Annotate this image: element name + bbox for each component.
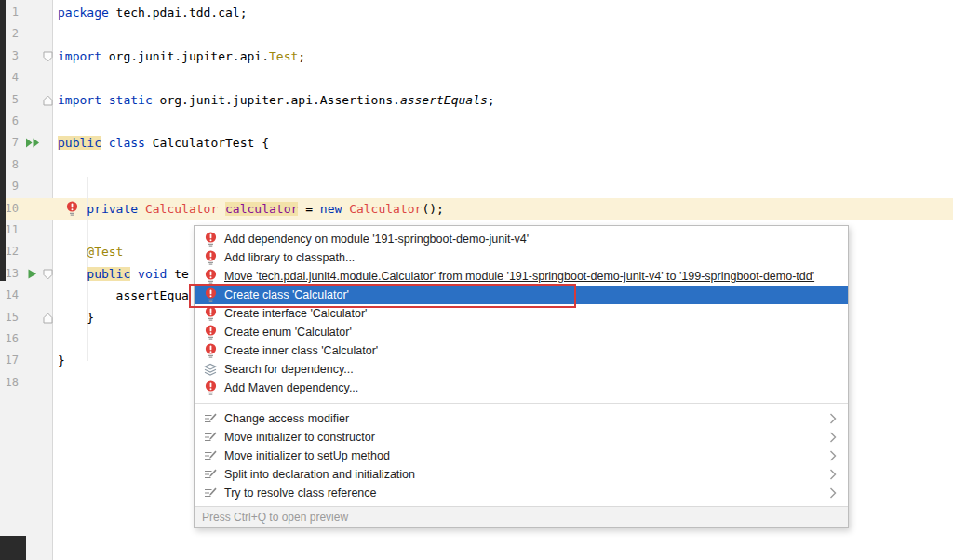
- code-token: void: [138, 267, 167, 281]
- fold-up-icon[interactable]: [43, 313, 53, 324]
- fold-up-icon[interactable]: [43, 95, 53, 106]
- menu-item[interactable]: Search for dependency...: [195, 360, 848, 379]
- menu-item-label: Try to resolve class reference: [224, 487, 376, 500]
- error-bulb-icon: [204, 342, 217, 359]
- menu-item[interactable]: Add Maven dependency...: [195, 379, 848, 397]
- menu-item[interactable]: Create enum 'Calculator': [195, 323, 848, 341]
- code-token: =: [298, 202, 319, 216]
- modify-pencil-icon: [204, 485, 217, 501]
- menu-item[interactable]: Try to resolve class reference: [195, 484, 848, 502]
- code-token: class: [109, 136, 145, 150]
- code-token: ();: [422, 202, 443, 216]
- code-line: }: [58, 350, 65, 371]
- code-token: assertEquals: [400, 93, 488, 107]
- code-token: Test: [269, 49, 298, 63]
- window-edge-artifact-top: [0, 0, 6, 281]
- code-token: CalculatorTest {: [145, 136, 269, 150]
- code-token: Calculator: [349, 202, 422, 216]
- fold-down-icon[interactable]: [43, 269, 53, 280]
- line-number: 17: [0, 350, 19, 371]
- code-token: Calculator: [145, 202, 218, 216]
- highlighted-token: public: [58, 136, 101, 150]
- code-token: [101, 136, 109, 150]
- code-line: assertEqua: [58, 285, 189, 306]
- code-token: [218, 202, 225, 216]
- menu-item-label: Move initializer to setUp method: [224, 449, 390, 462]
- code-token: te: [167, 267, 188, 281]
- window-edge-artifact-bottom: [0, 536, 26, 560]
- menu-separator: [195, 403, 848, 404]
- code-token: }: [58, 311, 94, 325]
- code-token: [342, 202, 349, 216]
- submenu-chevron-icon: [829, 487, 837, 499]
- submenu-chevron-icon: [829, 413, 837, 424]
- menu-item[interactable]: Create inner class 'Calculator': [195, 341, 848, 360]
- submenu-chevron-icon: [829, 450, 837, 461]
- intention-actions-popup: Add dependency on module '191-springboot…: [194, 225, 849, 528]
- code-line: }: [58, 307, 94, 328]
- run-class-icon[interactable]: [25, 138, 40, 148]
- code-line: import org.junit.jupiter.api.Test;: [58, 46, 305, 67]
- code-token: tech.pdai.tdd.cal;: [109, 6, 248, 20]
- menu-item-label: Add library to classpath...: [224, 251, 355, 264]
- menu-item-label: Split into declaration and initializatio…: [224, 468, 415, 481]
- code-line: import static org.junit.jupiter.api.Asse…: [58, 89, 495, 111]
- footer-hint-text: Press Ctrl+Q to open preview: [202, 511, 348, 524]
- menu-item[interactable]: Add dependency on module '191-springboot…: [195, 230, 848, 248]
- modify-pencil-icon: [204, 410, 217, 427]
- error-bulb-icon[interactable]: [66, 201, 78, 217]
- code-token: package: [58, 6, 109, 20]
- library-layers-icon: [204, 361, 217, 378]
- code-line: package tech.pdai.tdd.cal;: [58, 2, 248, 23]
- ide-editor-screen: 123456789101112131415161718 package tech…: [0, 0, 953, 560]
- code-token: private: [87, 202, 138, 216]
- menu-item[interactable]: Move initializer to setUp method: [195, 447, 848, 465]
- modify-pencil-icon: [204, 466, 217, 483]
- error-bulb-icon: [204, 268, 217, 285]
- code-token: assertEqua: [58, 288, 189, 302]
- highlighted-token: calculator: [225, 202, 298, 216]
- submenu-chevron-icon: [829, 469, 837, 480]
- code-token: [58, 267, 87, 281]
- code-token: ;: [488, 93, 495, 107]
- menu-item[interactable]: Move 'tech.pdai.junit4.module.Calculator…: [195, 267, 848, 286]
- intention-menu-group: Change access modifier Move initializer …: [195, 409, 848, 502]
- menu-item-label: Search for dependency...: [224, 363, 354, 376]
- run-test-icon[interactable]: [27, 269, 37, 279]
- code-token: new: [320, 202, 342, 216]
- code-token: [130, 267, 138, 281]
- menu-item-label: Move 'tech.pdai.junit4.module.Calculator…: [224, 270, 814, 283]
- modify-pencil-icon: [204, 429, 217, 446]
- code-token: org.junit.jupiter.api.: [101, 49, 269, 63]
- highlighted-token: public: [87, 267, 130, 281]
- menu-item-label: Create interface 'Calculator': [224, 307, 367, 320]
- code-token: org.junit.jupiter.api.Assertions.: [153, 93, 400, 107]
- code-token: @Test: [87, 245, 123, 259]
- error-bulb-icon: [204, 231, 217, 247]
- menu-item[interactable]: Add library to classpath...: [195, 248, 848, 267]
- code-line: public class CalculatorTest {: [58, 132, 269, 153]
- fold-down-icon[interactable]: [43, 51, 53, 62]
- annotation-red-box: [189, 284, 576, 308]
- menu-item-label: Create inner class 'Calculator': [224, 344, 378, 357]
- menu-item[interactable]: Move initializer to constructor: [195, 428, 848, 447]
- popup-footer: Press Ctrl+Q to open preview: [195, 506, 848, 527]
- code-token: [138, 202, 145, 216]
- line-number: 15: [0, 307, 19, 328]
- code-token: import: [58, 93, 101, 107]
- menu-item[interactable]: Split into declaration and initializatio…: [195, 465, 848, 484]
- code-token: import: [58, 49, 101, 63]
- error-bulb-icon: [204, 380, 217, 396]
- line-number: 18: [0, 372, 19, 393]
- code-token: ;: [298, 49, 305, 63]
- error-bulb-icon: [204, 324, 217, 340]
- code-line: public void te: [58, 263, 189, 285]
- submenu-chevron-icon: [829, 432, 837, 443]
- menu-item-label: Create enum 'Calculator': [224, 326, 352, 339]
- code-token: static: [109, 93, 153, 107]
- code-line: @Test: [58, 241, 123, 262]
- menu-item[interactable]: Change access modifier: [195, 409, 848, 428]
- code-token: [101, 93, 109, 107]
- code-token: }: [58, 353, 65, 367]
- code-token: [58, 245, 87, 259]
